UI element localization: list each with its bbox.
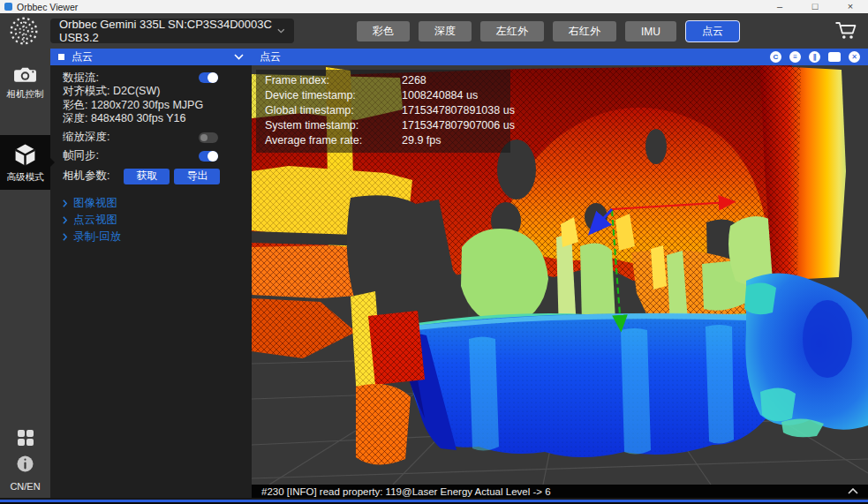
viewer-title: 点云 — [260, 49, 281, 64]
sidebar-item-label: 相机控制 — [7, 88, 44, 101]
orbbec-logo-icon — [8, 15, 40, 47]
frame-sync-toggle[interactable] — [199, 151, 218, 162]
sidebar-item-camera-control[interactable]: 相机控制 — [0, 57, 50, 107]
close-stream-icon[interactable]: ✕ — [849, 51, 860, 63]
toolbar: Orbbec Gemini 335L SN:CP3S34D0003C USB3.… — [0, 13, 868, 49]
chevron-right-icon — [63, 216, 67, 224]
log-status-bar: #230 [INFO] read property: 119@Laser Ene… — [252, 485, 868, 498]
pause-icon[interactable]: ∥ — [809, 51, 820, 63]
panel-header[interactable]: 点云 — [50, 49, 252, 65]
panel-sections: 图像视图 点云视图 录制-回放 — [63, 195, 241, 245]
window-bottom-border — [0, 498, 868, 504]
stream-button-pointcloud[interactable]: 点云 — [685, 20, 740, 42]
maximize-button[interactable]: □ — [797, 0, 833, 13]
chevron-up-icon[interactable] — [848, 488, 858, 494]
frame-sync-row: 帧同步: — [63, 149, 241, 163]
info-value: 1715347807907006 us — [402, 118, 515, 133]
toggle-knob — [208, 72, 218, 83]
info-label: Frame index: — [265, 73, 402, 88]
info-label: Device timestamp: — [265, 88, 402, 103]
cube-icon — [13, 143, 37, 167]
section-pointcloud-view[interactable]: 点云视图 — [63, 212, 241, 229]
panel-title: 点云 — [72, 49, 93, 64]
info-row: Global timestamp: 1715347807891038 us — [265, 103, 510, 118]
panel-body: 数据流: 对齐模式: D2C(SW) 彩色: 1280x720 30fps MJ… — [50, 65, 252, 245]
title-bar: Orbbec Viewer – □ × — [0, 0, 868, 13]
stream-button-left-ir[interactable]: 左红外 — [480, 21, 544, 41]
language-toggle[interactable]: CN/EN — [10, 481, 40, 492]
info-row: Frame index: 2268 — [265, 73, 510, 88]
pointcloud-viewport[interactable]: Frame index: 2268 Device timestamp: 1008… — [252, 65, 868, 485]
frame-sync-label: 帧同步: — [63, 148, 99, 163]
orbbec-viewer-window: Orbbec Viewer – □ × Orbbec Gemini 335L S… — [0, 0, 868, 504]
stream-button-color[interactable]: 彩色 — [357, 21, 410, 41]
info-row: Device timestamp: 1008240884 us — [265, 88, 510, 103]
info-value: 1715347807891038 us — [402, 103, 515, 118]
toggle-knob — [208, 151, 218, 162]
align-mode-value: 对齐模式: D2C(SW) — [63, 85, 241, 99]
pointcloud-viewer: 点云 C ≡ ∥ ✕ — [252, 49, 868, 498]
chevron-right-icon — [63, 199, 67, 207]
scale-depth-toggle[interactable] — [199, 132, 218, 143]
color-format-value: 彩色: 1280x720 30fps MJPG — [63, 99, 241, 113]
toggle-knob — [200, 134, 208, 141]
info-icon[interactable] — [17, 455, 34, 472]
settings-panel: 点云 数据流: 对齐模式: D2C(SW) 彩色: 1280x720 30fps… — [50, 49, 252, 498]
export-params-button[interactable]: 导出 — [174, 169, 220, 184]
log-icon[interactable]: ≡ — [789, 51, 801, 63]
section-record-playback[interactable]: 录制-回放 — [63, 229, 241, 245]
info-row: System timestamp: 1715347807907006 us — [265, 118, 510, 133]
section-label: 点云视图 — [73, 213, 117, 228]
close-button[interactable]: × — [833, 0, 868, 13]
data-stream-row: 数据流: — [63, 71, 241, 85]
viewer-header: 点云 C ≡ ∥ ✕ — [252, 49, 868, 65]
capture-icon[interactable]: C — [770, 51, 781, 63]
sidebar-item-label: 高级模式 — [7, 171, 44, 184]
square-bullet-icon — [58, 54, 64, 60]
stream-button-imu[interactable]: IMU — [625, 21, 676, 41]
save-frame-icon[interactable] — [828, 52, 841, 62]
stream-buttons: 彩色 深度 左红外 右红外 IMU 点云 — [357, 20, 740, 42]
section-label: 录制-回放 — [73, 229, 121, 244]
get-params-button[interactable]: 获取 — [124, 169, 170, 184]
info-row: Average frame rate: 29.9 fps — [265, 133, 510, 148]
scale-depth-row: 缩放深度: — [63, 131, 241, 145]
section-label: 图像视图 — [73, 196, 117, 211]
sidebar: 相机控制 高级模式 CN/EN — [0, 49, 50, 498]
data-stream-label: 数据流: — [63, 71, 99, 86]
window-title: Orbbec Viewer — [17, 2, 78, 12]
scale-depth-label: 缩放深度: — [63, 130, 109, 145]
info-value: 2268 — [402, 73, 426, 88]
camera-params-label: 相机参数: — [63, 169, 109, 184]
info-label: Global timestamp: — [265, 103, 402, 118]
stream-button-right-ir[interactable]: 右红外 — [553, 21, 616, 41]
device-selector-value: Orbbec Gemini 335L SN:CP3S34D0003C USB3.… — [59, 18, 277, 44]
chevron-right-icon — [63, 233, 67, 241]
sidebar-item-advanced-mode[interactable]: 高级模式 — [0, 135, 50, 190]
device-selector[interactable]: Orbbec Gemini 335L SN:CP3S34D0003C USB3.… — [50, 19, 294, 43]
chevron-down-icon — [277, 28, 285, 34]
frame-info-overlay: Frame index: 2268 Device timestamp: 1008… — [256, 70, 510, 153]
section-image-view[interactable]: 图像视图 — [63, 195, 241, 212]
log-message: #230 [INFO] read property: 119@Laser Ene… — [261, 486, 551, 497]
apps-grid-icon[interactable] — [17, 429, 34, 447]
app-icon — [4, 3, 12, 11]
info-value: 1008240884 us — [402, 88, 478, 103]
info-value: 29.9 fps — [402, 133, 441, 148]
stream-button-depth[interactable]: 深度 — [419, 21, 472, 41]
camera-icon — [13, 65, 37, 84]
cart-icon[interactable] — [834, 20, 857, 41]
data-stream-toggle[interactable] — [199, 72, 218, 83]
depth-format-value: 深度: 848x480 30fps Y16 — [63, 112, 241, 126]
sidebar-bottom: CN/EN — [0, 429, 50, 492]
info-label: System timestamp: — [265, 118, 402, 133]
info-label: Average frame rate: — [265, 133, 402, 148]
camera-params-row: 相机参数: 获取 导出 — [63, 167, 241, 186]
minimize-button[interactable]: – — [762, 0, 797, 13]
window-controls: – □ × — [762, 0, 868, 13]
viewer-toolbar-icons: C ≡ ∥ ✕ — [770, 51, 860, 63]
chevron-down-icon[interactable] — [234, 54, 244, 60]
